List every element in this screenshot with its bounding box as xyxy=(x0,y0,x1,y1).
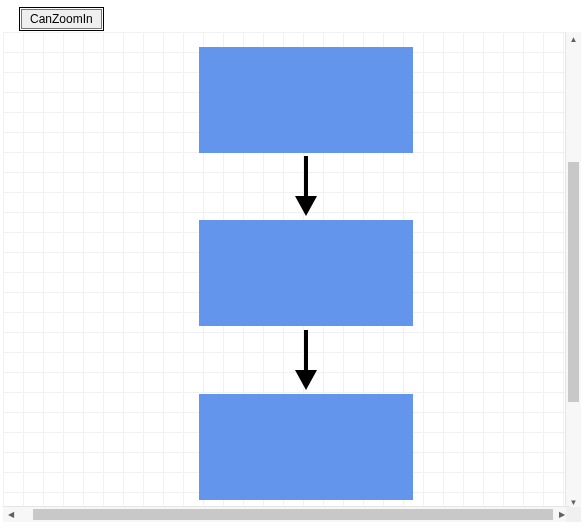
diagram-viewport: ▲ ▼ ◀ ▶ xyxy=(3,32,581,522)
scroll-left-icon[interactable]: ◀ xyxy=(3,507,18,522)
vertical-scrollbar[interactable]: ▲ ▼ xyxy=(565,32,581,510)
scrollbar-corner xyxy=(566,507,581,522)
horizontal-scrollbar[interactable]: ◀ ▶ xyxy=(3,506,569,522)
app-frame: CanZoomIn ▲ ▼ xyxy=(0,0,586,530)
can-zoom-in-button[interactable]: CanZoomIn xyxy=(21,9,102,29)
vertical-scroll-thumb[interactable] xyxy=(568,162,579,402)
diagram-node[interactable] xyxy=(199,47,413,153)
horizontal-scroll-thumb[interactable] xyxy=(33,509,553,520)
scroll-up-icon[interactable]: ▲ xyxy=(566,32,581,47)
diagram-node[interactable] xyxy=(199,394,413,500)
arrow-down-icon xyxy=(293,156,319,216)
diagram-canvas[interactable] xyxy=(3,32,566,507)
svg-marker-3 xyxy=(295,370,317,390)
svg-marker-1 xyxy=(295,196,317,216)
diagram-node[interactable] xyxy=(199,220,413,326)
arrow-down-icon xyxy=(293,330,319,390)
